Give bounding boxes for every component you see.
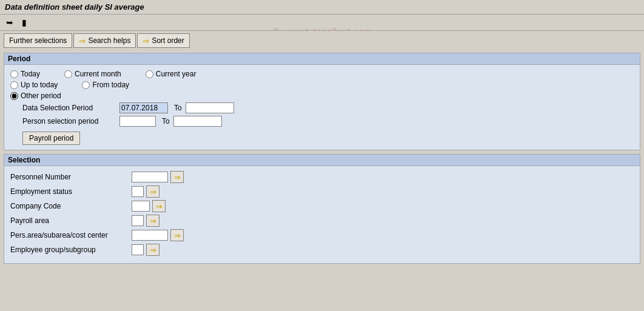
employee-group-arrow-btn[interactable]: ⇒ [146, 244, 159, 256]
employment-status-input[interactable] [132, 186, 144, 197]
data-selection-period-from[interactable] [119, 102, 168, 113]
selection-section: Selection Personnel Number ⇒ Employment … [4, 154, 640, 264]
tab-bar: Further selections ⇒ Search helps ⇒ Sort… [0, 31, 644, 50]
period-row-2: Up to today From today [10, 81, 634, 89]
period-header: Period [4, 53, 640, 65]
data-selection-period-to[interactable] [186, 102, 234, 113]
radio-other-period-label: Other period [21, 92, 61, 100]
company-code-input[interactable] [132, 201, 150, 212]
execute-icon[interactable]: ▮ [18, 16, 30, 28]
to-label-1: To [174, 104, 182, 112]
sort-order-label: Sort order [152, 36, 184, 45]
further-selections-label: Further selections [9, 36, 67, 45]
data-selection-period-label: Data Selection Period [22, 104, 119, 112]
search-helps-arrow: ⇒ [79, 36, 86, 45]
page-title: Data definition sheet daily SI average [0, 0, 644, 15]
pers-area-arrow-btn[interactable]: ⇒ [170, 229, 184, 241]
employment-status-arrow-btn[interactable]: ⇒ [146, 186, 159, 198]
payroll-area-arrow-btn[interactable]: ⇒ [146, 215, 159, 227]
pers-area-row: Pers.area/subarea/cost center ⇒ [10, 229, 634, 241]
radio-current-year-label: Current year [156, 70, 196, 78]
company-code-arrow-btn[interactable]: ⇒ [152, 200, 166, 212]
toolbar: ➥ ▮ © www.tutorialkart.com [0, 15, 644, 31]
payroll-period-button[interactable]: Payroll period [22, 132, 80, 145]
employment-status-label: Employment status [10, 187, 132, 196]
radio-current-month-input[interactable] [64, 70, 72, 78]
selection-body: Personnel Number ⇒ Employment status ⇒ C… [4, 166, 640, 263]
sort-order-tab[interactable]: ⇒ Sort order [137, 33, 189, 48]
employment-status-row: Employment status ⇒ [10, 186, 634, 198]
company-code-row: Company Code ⇒ [10, 200, 634, 212]
personnel-number-arrow-btn[interactable]: ⇒ [170, 171, 184, 183]
selection-header: Selection [4, 155, 640, 166]
payroll-area-label: Payroll area [10, 216, 132, 225]
search-helps-label: Search helps [88, 36, 130, 45]
period-body: Today Current month Current year [4, 65, 640, 150]
radio-current-month-label: Current month [75, 70, 121, 78]
sort-order-arrow: ⇒ [143, 36, 149, 45]
radio-today-label: Today [21, 70, 40, 78]
company-code-label: Company Code [10, 202, 132, 210]
employee-group-input[interactable] [132, 244, 144, 255]
radio-other-period-input[interactable] [10, 92, 18, 100]
payroll-area-input[interactable] [132, 215, 144, 226]
radio-from-today-label: From today [92, 81, 129, 89]
person-selection-period-to[interactable] [173, 116, 222, 127]
person-selection-period-from[interactable] [119, 116, 156, 127]
pers-area-input[interactable] [132, 230, 168, 241]
radio-current-month[interactable]: Current month [64, 70, 121, 78]
to-label-2: To [162, 117, 170, 125]
payroll-area-row: Payroll area ⇒ [10, 215, 634, 227]
data-selection-period-row: Data Selection Period To [22, 102, 634, 113]
radio-today-input[interactable] [10, 70, 18, 78]
period-section: Period Today Current month Current year [4, 53, 640, 150]
person-selection-period-row: Person selection period To [22, 116, 634, 127]
radio-from-today-input[interactable] [82, 81, 90, 89]
main-content: Period Today Current month Current year [0, 50, 644, 266]
person-selection-period-label: Person selection period [22, 117, 119, 125]
back-icon[interactable]: ➥ [4, 16, 16, 28]
radio-current-year[interactable]: Current year [146, 70, 196, 78]
employee-group-row: Employee group/subgroup ⇒ [10, 244, 634, 256]
period-row-3: Other period [10, 92, 634, 100]
radio-other-period[interactable]: Other period [10, 92, 61, 100]
radio-today[interactable]: Today [10, 70, 40, 78]
personnel-number-input[interactable] [132, 172, 168, 182]
personnel-number-row: Personnel Number ⇒ [10, 171, 634, 183]
employee-group-label: Employee group/subgroup [10, 246, 132, 254]
pers-area-label: Pers.area/subarea/cost center [10, 231, 132, 239]
radio-up-to-today-label: Up to today [21, 81, 58, 89]
personnel-number-label: Personnel Number [10, 173, 132, 181]
search-helps-tab[interactable]: ⇒ Search helps [73, 33, 136, 48]
radio-current-year-input[interactable] [146, 70, 153, 78]
further-selections-tab[interactable]: Further selections [4, 33, 72, 48]
radio-from-today[interactable]: From today [82, 81, 129, 89]
period-row-1: Today Current month Current year [10, 70, 634, 78]
radio-up-to-today-input[interactable] [10, 81, 18, 89]
radio-up-to-today[interactable]: Up to today [10, 81, 58, 89]
